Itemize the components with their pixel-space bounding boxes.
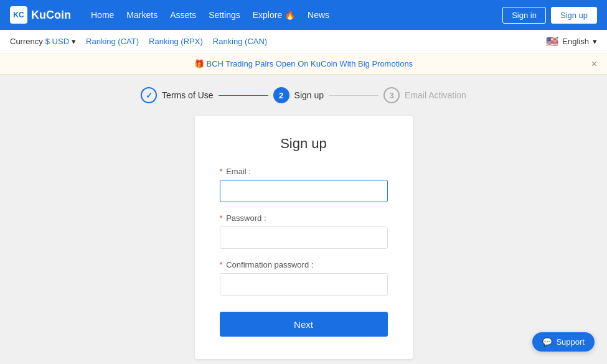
ranking-rpx[interactable]: Ranking (RPX)	[149, 37, 203, 46]
ranking-can[interactable]: Ranking (CAN)	[213, 37, 267, 46]
confirm-required-marker: *	[220, 260, 223, 269]
currency-selector[interactable]: Currency $ USD ▾	[10, 37, 76, 46]
flag-icon: 🇺🇸	[546, 35, 558, 47]
password-label: * Password :	[220, 213, 388, 223]
step-email-activation: 3 Email Activation	[383, 87, 466, 103]
confirm-password-label: * Confirmation password :	[220, 260, 388, 269]
confirm-password-group: * Confirmation password :	[220, 260, 388, 296]
step2-label: Sign up	[294, 90, 324, 100]
password-group: * Password :	[220, 213, 388, 249]
step3-circle: 3	[383, 87, 400, 103]
step-terms: ✓ Terms of Use	[141, 87, 213, 103]
language-chevron-icon: ▾	[593, 37, 597, 46]
password-required-marker: *	[220, 213, 223, 223]
logo[interactable]: KC KuCoin	[10, 6, 71, 24]
ranking-cat[interactable]: Ranking (CAT)	[86, 37, 139, 46]
signup-card: Sign up * Email : * Password : * Confirm…	[195, 116, 413, 359]
nav-explore[interactable]: Explore 🔥	[253, 10, 295, 20]
currency-value: $ USD	[45, 37, 69, 46]
email-group: * Email :	[220, 167, 388, 202]
page-content: ✓ Terms of Use 2 Sign up 3 Email Activat…	[0, 75, 607, 364]
currency-label: Currency	[10, 37, 43, 46]
support-icon: 💬	[542, 337, 552, 347]
password-input[interactable]	[220, 226, 388, 249]
language-label: English	[562, 37, 589, 46]
registration-stepper: ✓ Terms of Use 2 Sign up 3 Email Activat…	[0, 87, 607, 103]
currency-chevron-icon: ▾	[72, 37, 76, 46]
signup-title: Sign up	[220, 136, 388, 152]
step2-circle: 2	[273, 87, 289, 103]
fire-icon: 🔥	[285, 10, 295, 20]
support-label: Support	[556, 337, 585, 347]
nav-settings[interactable]: Settings	[209, 10, 240, 20]
banner-emoji: 🎁	[194, 59, 204, 68]
nav-markets[interactable]: Markets	[126, 10, 158, 20]
nav-links: Home Markets Assets Settings Explore 🔥 N…	[91, 10, 487, 20]
step3-label: Email Activation	[405, 90, 466, 100]
nav-home[interactable]: Home	[91, 10, 114, 20]
banner-close-button[interactable]: ×	[591, 58, 597, 70]
step-connector-2	[329, 95, 379, 96]
email-label: * Email :	[220, 167, 388, 176]
step-connector-1	[219, 95, 268, 96]
email-input[interactable]	[220, 180, 388, 202]
confirm-password-input[interactable]	[220, 273, 388, 296]
support-button[interactable]: 💬 Support	[532, 332, 595, 352]
signin-button[interactable]: Sign in	[502, 7, 546, 24]
banner-text[interactable]: BCH Trading Pairs Open On KuCoin With Bi…	[206, 59, 413, 68]
nav-news[interactable]: News	[308, 10, 329, 20]
promo-banner: 🎁 BCH Trading Pairs Open On KuCoin With …	[0, 54, 607, 75]
next-button[interactable]: Next	[220, 312, 388, 337]
logo-text: KuCoin	[31, 9, 71, 22]
step1-label: Terms of Use	[162, 90, 213, 100]
sub-navigation: Currency $ USD ▾ Ranking (CAT) Ranking (…	[0, 30, 607, 54]
step1-circle: ✓	[141, 87, 157, 103]
language-selector[interactable]: 🇺🇸 English ▾	[546, 35, 597, 47]
logo-icon: KC	[10, 6, 27, 24]
nav-actions: Sign in Sign up	[502, 7, 597, 24]
top-navigation: KC KuCoin Home Markets Assets Settings E…	[0, 0, 607, 30]
nav-assets[interactable]: Assets	[170, 10, 196, 20]
signup-button[interactable]: Sign up	[551, 7, 597, 24]
email-required-marker: *	[220, 167, 223, 176]
step-signup: 2 Sign up	[273, 87, 324, 103]
